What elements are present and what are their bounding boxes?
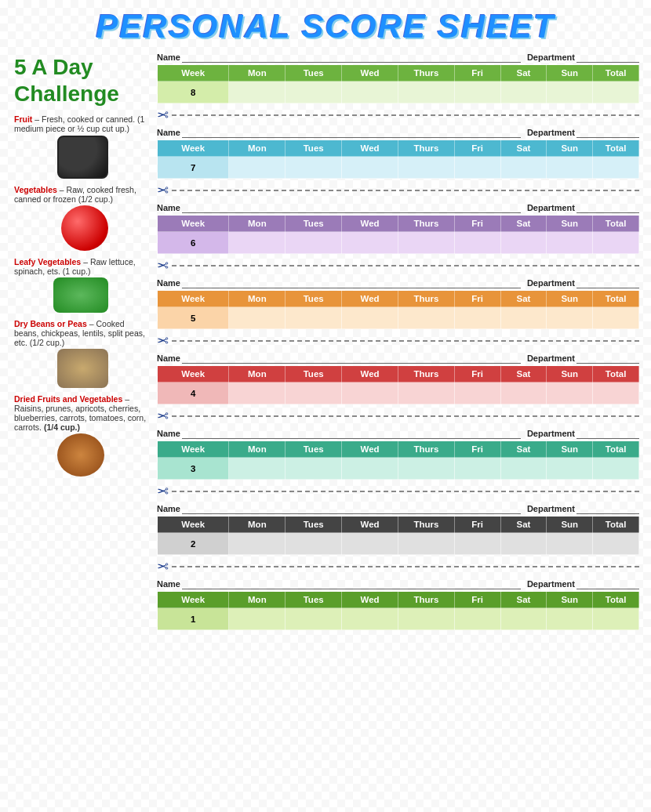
cell-7-tues[interactable] (285, 157, 342, 179)
week-num-2: 2 (158, 533, 229, 555)
cell-8-wed[interactable] (342, 82, 398, 103)
cut-line-8: ✂ (157, 107, 639, 124)
cell-1-total[interactable] (593, 608, 639, 630)
cell-7-sun[interactable] (547, 157, 593, 179)
name-dept-row-8: Name Department (157, 52, 639, 63)
cell-8-sun[interactable] (547, 82, 593, 103)
cell-1-mon[interactable] (229, 608, 285, 630)
name-dept-row-2: Name Department (157, 503, 639, 514)
cell-4-sun[interactable] (547, 382, 593, 404)
th-sat-5: Sat (500, 291, 547, 307)
th-total-4: Total (593, 366, 639, 382)
cell-7-mon[interactable] (229, 157, 285, 179)
cell-8-total[interactable] (593, 82, 639, 103)
cell-5-sun[interactable] (547, 307, 593, 329)
data-row-6: 6 (158, 232, 639, 254)
th-week-7: Week (158, 140, 229, 157)
dept-label-5: Department (527, 278, 575, 288)
cell-1-sat[interactable] (500, 608, 547, 630)
scissors-icon-7: ✂ (157, 182, 169, 199)
dept-underline-1 (576, 578, 639, 589)
cell-5-fri[interactable] (454, 307, 500, 329)
cell-1-sun[interactable] (547, 608, 593, 630)
cell-6-sun[interactable] (547, 232, 593, 254)
cell-6-tues[interactable] (285, 232, 342, 254)
th-tues-7: Tues (285, 140, 342, 157)
cell-6-thurs[interactable] (398, 232, 454, 254)
header-row-6: Week Mon Tues Wed Thurs Fri Sat Sun Tota… (158, 216, 639, 232)
cell-4-mon[interactable] (229, 382, 285, 404)
dept-underline-6 (576, 202, 639, 213)
cell-7-sat[interactable] (500, 157, 547, 179)
cell-3-sun[interactable] (547, 458, 593, 480)
cell-5-sat[interactable] (500, 307, 547, 329)
cell-1-fri[interactable] (454, 608, 500, 630)
cell-6-fri[interactable] (454, 232, 500, 254)
cell-7-wed[interactable] (342, 157, 398, 179)
cell-3-mon[interactable] (229, 458, 285, 480)
data-row-7: 7 (158, 157, 639, 179)
cell-2-thurs[interactable] (398, 533, 454, 555)
th-week-1: Week (158, 592, 229, 608)
dept-label-8: Department (527, 53, 575, 62)
cell-4-tues[interactable] (285, 382, 342, 404)
cell-5-tues[interactable] (285, 307, 342, 329)
th-wed-5: Wed (342, 291, 398, 307)
cell-2-mon[interactable] (229, 533, 285, 555)
spinach-image (53, 277, 108, 313)
cell-4-wed[interactable] (342, 382, 398, 404)
cell-4-thurs[interactable] (398, 382, 454, 404)
cell-4-sat[interactable] (500, 382, 547, 404)
cell-5-total[interactable] (593, 307, 639, 329)
cell-8-thurs[interactable] (398, 82, 454, 103)
cell-3-tues[interactable] (285, 458, 342, 480)
cell-2-sat[interactable] (500, 533, 547, 555)
cell-8-sat[interactable] (500, 82, 547, 103)
fruit-desc: – Fresh, cooked or canned. (1 medium pie… (14, 114, 144, 133)
fruit-image (57, 136, 108, 179)
th-total-7: Total (593, 140, 639, 157)
cell-2-sun[interactable] (547, 533, 593, 555)
cell-1-thurs[interactable] (398, 608, 454, 630)
cell-6-total[interactable] (593, 232, 639, 254)
cell-6-wed[interactable] (342, 232, 398, 254)
cell-6-sat[interactable] (500, 232, 547, 254)
dashed-line-8 (172, 114, 639, 116)
cell-1-wed[interactable] (342, 608, 398, 630)
cell-6-mon[interactable] (229, 232, 285, 254)
week-num-3: 3 (158, 458, 229, 480)
cell-8-mon[interactable] (229, 82, 285, 103)
th-sat-8: Sat (500, 65, 547, 82)
cut-line-6: ✂ (157, 257, 639, 274)
cell-4-fri[interactable] (454, 382, 500, 404)
week-num-8: 8 (158, 82, 229, 103)
cell-5-thurs[interactable] (398, 307, 454, 329)
cell-3-thurs[interactable] (398, 458, 454, 480)
cell-3-fri[interactable] (454, 458, 500, 480)
cell-2-wed[interactable] (342, 533, 398, 555)
cell-8-fri[interactable] (454, 82, 500, 103)
cell-7-total[interactable] (593, 157, 639, 179)
table-week-8: Week Mon Tues Wed Thurs Fri Sat Sun Tota… (157, 64, 639, 103)
cell-3-total[interactable] (593, 458, 639, 480)
th-wed-2: Wed (342, 517, 398, 533)
name-label-4: Name (157, 353, 180, 363)
cell-4-total[interactable] (593, 382, 639, 404)
cell-2-fri[interactable] (454, 533, 500, 555)
cell-3-wed[interactable] (342, 458, 398, 480)
th-week-2: Week (158, 517, 229, 533)
cell-7-thurs[interactable] (398, 157, 454, 179)
cell-1-tues[interactable] (285, 608, 342, 630)
cell-5-wed[interactable] (342, 307, 398, 329)
cell-2-total[interactable] (593, 533, 639, 555)
page-wrapper: PERSONAL SCORE SHEET 5 A Day Challenge F… (0, 0, 651, 649)
cell-8-tues[interactable] (285, 82, 342, 103)
cell-7-fri[interactable] (454, 157, 500, 179)
beans-image (57, 349, 108, 388)
cell-3-sat[interactable] (500, 458, 547, 480)
data-row-8: 8 (158, 82, 639, 103)
name-label-5: Name (157, 278, 180, 288)
header-row-4: Week Mon Tues Wed Thurs Fri Sat Sun Tota… (158, 366, 639, 382)
cell-2-tues[interactable] (285, 533, 342, 555)
cell-5-mon[interactable] (229, 307, 285, 329)
